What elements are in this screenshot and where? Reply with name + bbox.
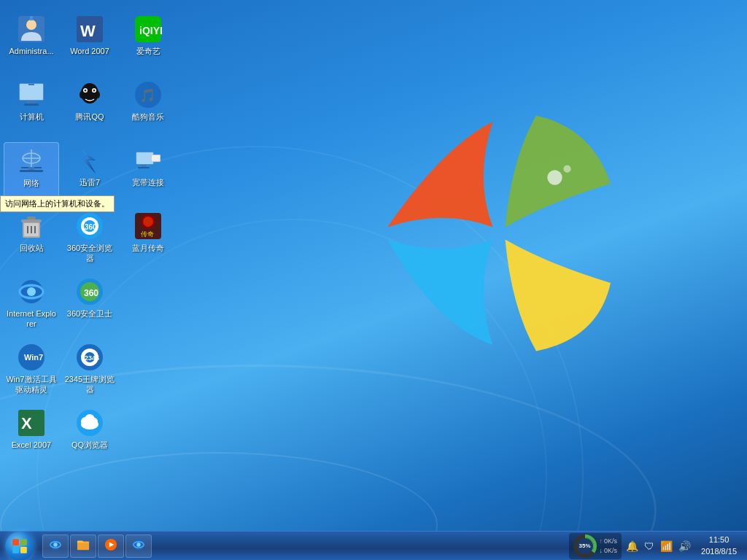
svg-text:传奇: 传奇 (141, 230, 154, 238)
cpu-percent-label: 35% (577, 538, 593, 554)
svg-point-1 (563, 166, 570, 173)
svg-rect-13 (28, 84, 34, 85)
desktop-icon-computer[interactable]: 计算机 (4, 77, 59, 142)
svg-text:360: 360 (85, 223, 97, 231)
download-speed-label: 0K/s (604, 546, 617, 556)
desktop-icon-bluemoon[interactable]: 传奇 蓝月传奇 (120, 208, 176, 273)
clock[interactable]: 11:50 2018/8/15 (695, 534, 743, 557)
tray-notification-icon[interactable]: 🔔 (624, 539, 640, 553)
svg-rect-33 (136, 152, 153, 164)
system-tray: 35% ↑ 0K/s ↓ 0K/s 🔔 🛡 📶 🔊 (565, 532, 747, 561)
broadband-icon (133, 146, 163, 175)
svg-rect-40 (21, 219, 42, 222)
svg-marker-31 (81, 149, 96, 174)
excel-icon: X (17, 408, 46, 438)
xunlei-label: 迅雷7 (80, 177, 100, 187)
recycle-icon (17, 211, 46, 241)
administrator-icon (17, 15, 46, 44)
word2007-icon: W (75, 15, 104, 44)
bluemoon-label: 蓝月传奇 (132, 243, 164, 253)
bluemoon-icon: 传奇 (133, 211, 163, 241)
desktop-icon-win7activate[interactable]: Win7 Win7激活工具驱动精灵 (4, 339, 59, 405)
taskbar-ie[interactable] (42, 534, 69, 558)
windows-flag-logo (375, 109, 623, 357)
360browser-icon: 360 (75, 211, 104, 241)
svg-text:X: X (21, 414, 32, 432)
svg-text:360: 360 (84, 288, 98, 298)
svg-rect-4 (30, 16, 33, 20)
desktop-icon-360browser[interactable]: 360 360安全浏览器 (62, 208, 117, 273)
svg-point-78 (53, 542, 57, 546)
upload-speed-label: 0K/s (604, 537, 617, 546)
tray-shield-icon[interactable]: 🛡 (643, 539, 656, 553)
network-label: 网络 (23, 178, 39, 188)
desktop-icon-360guard[interactable]: 360 360安全卫士 (62, 273, 117, 339)
icons-area: Administra... W Word 2007 iQIYI 爱奇艺 (0, 7, 182, 532)
taskbar-filemanager-icon (77, 538, 90, 554)
svg-text:2345: 2345 (85, 354, 99, 362)
tray-volume-icon[interactable]: 🔊 (677, 539, 692, 553)
desktop-icon-recycle[interactable]: 回收站 (4, 208, 59, 273)
start-button[interactable] (0, 532, 39, 561)
taskbar-ie2-icon (132, 538, 145, 554)
taskbar: 35% ↑ 0K/s ↓ 0K/s 🔔 🛡 📶 🔊 (0, 531, 747, 560)
svg-rect-37 (138, 167, 150, 168)
svg-text:Win7: Win7 (24, 353, 43, 362)
desktop-icon-excel[interactable]: X Excel 2007 (4, 405, 59, 470)
svg-rect-10 (20, 84, 43, 100)
iqiyi-label: 爱奇艺 (136, 46, 160, 56)
computer-label: 计算机 (20, 112, 44, 122)
clock-date: 2018/8/15 (701, 546, 737, 557)
qqbrowser-icon (75, 408, 104, 438)
start-orb (5, 532, 34, 561)
desktop-icon-word2007[interactable]: W Word 2007 (62, 11, 117, 77)
desktop-icon-2345browser[interactable]: 2345 2345王牌浏览器 (62, 339, 117, 405)
desktop-icon-qqbrowser[interactable]: QQ浏览器 (62, 405, 117, 470)
desktop-icon-kugo[interactable]: 🎵 酷狗音乐 (120, 77, 176, 142)
taskbar-mediaplayer[interactable] (98, 534, 124, 558)
desktop-icon-xunlei[interactable]: 迅雷7 (62, 142, 117, 208)
360guard-label: 360安全卫士 (67, 308, 112, 319)
360browser-label: 360安全浏览器 (64, 243, 115, 264)
svg-point-19 (80, 91, 84, 98)
qq-label: 腾讯QQ (75, 112, 104, 122)
desktop: Administra... W Word 2007 iQIYI 爱奇艺 (0, 0, 747, 560)
xunlei-icon (75, 146, 104, 175)
desktop-icon-qq[interactable]: 腾讯QQ (62, 77, 117, 142)
upload-speed: ↑ 0K/s (600, 537, 618, 546)
svg-rect-12 (24, 104, 39, 106)
taskbar-ie2[interactable] (125, 534, 152, 558)
svg-rect-11 (27, 101, 36, 104)
2345browser-label: 2345王牌浏览器 (64, 374, 115, 395)
desktop-icon-ie[interactable]: Internet Explorer (4, 273, 59, 339)
desktop-icon-network[interactable]: 网络 (4, 142, 59, 208)
win7activate-label: Win7激活工具驱动精灵 (6, 374, 57, 395)
iqiyi-icon: iQIYI (133, 15, 163, 44)
desktop-icon-iqiyi[interactable]: iQIYI 爱奇艺 (120, 11, 176, 77)
clock-time: 11:50 (709, 534, 729, 545)
svg-rect-29 (20, 170, 43, 172)
2345browser-icon: 2345 (75, 343, 104, 372)
svg-rect-35 (152, 155, 160, 161)
word2007-label: Word 2007 (70, 46, 109, 56)
svg-rect-41 (27, 217, 36, 219)
svg-point-0 (547, 170, 562, 184)
taskbar-filemanager[interactable] (70, 534, 96, 558)
network-icon (17, 147, 46, 176)
svg-point-51 (143, 217, 153, 227)
tray-network-icon[interactable]: 📶 (659, 539, 674, 553)
svg-rect-75 (20, 547, 27, 553)
svg-text:iQIYI: iQIYI (139, 25, 163, 36)
administrator-label: Administra... (9, 46, 53, 56)
recycle-label: 回收站 (20, 243, 44, 253)
svg-rect-74 (12, 547, 19, 553)
qqbrowser-label: QQ浏览器 (71, 440, 108, 450)
desktop-icon-administrator[interactable]: Administra... (4, 11, 59, 77)
svg-rect-28 (28, 167, 34, 170)
network-speed-widget[interactable]: 35% ↑ 0K/s ↓ 0K/s (569, 533, 622, 559)
excel-label: Excel 2007 (12, 440, 51, 450)
upload-arrow: ↑ (600, 537, 603, 546)
taskbar-mediaplayer-icon (104, 538, 117, 554)
svg-text:🎵: 🎵 (139, 88, 156, 104)
desktop-icon-broadband[interactable]: 宽带连接 (120, 142, 176, 208)
